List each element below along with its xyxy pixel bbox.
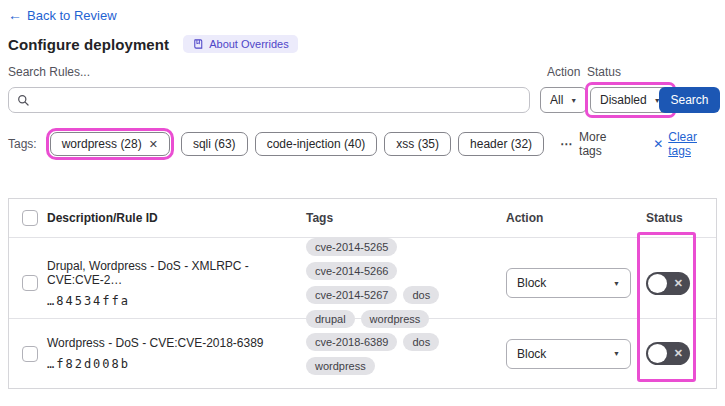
rule-tag: cve-2014-5266 xyxy=(306,262,397,280)
filters-bar: Search Rules... Action Status All ▼ Disa… xyxy=(8,65,717,115)
rule-tag: dos xyxy=(403,333,439,351)
rule-tag: cve-2014-5267 xyxy=(306,286,397,304)
rule-tag: wordpress xyxy=(306,357,375,375)
rule-id: …f82d008b xyxy=(47,357,294,371)
page-title: Configure deployment xyxy=(8,36,169,53)
action-filter-dropdown[interactable]: All ▼ xyxy=(540,87,587,113)
column-header-status: Status xyxy=(638,211,716,225)
tag-pill-label: wordpress (28) xyxy=(62,137,142,151)
rules-table: Description/Rule ID Tags Action Status D… xyxy=(8,198,717,389)
action-select-value: Block xyxy=(517,276,546,290)
status-filter-value: Disabled xyxy=(600,93,647,107)
rule-tag: wordpress xyxy=(361,310,430,328)
back-link-label: Back to Review xyxy=(27,8,117,23)
tag-pill-wordpress[interactable]: wordpress (28) ✕ xyxy=(50,132,170,156)
search-rules-box xyxy=(8,87,530,113)
status-filter-label: Status xyxy=(587,65,621,79)
tags-label: Tags: xyxy=(8,137,37,151)
table-row: Drupal, Wordpress - DoS - XMLRPC - CVE:C… xyxy=(9,237,716,318)
configure-deployment-page: ← Back to Review Configure deployment Ab… xyxy=(0,0,725,406)
table-header-row: Description/Rule ID Tags Action Status xyxy=(9,199,716,237)
tag-pill-code-injection[interactable]: code-injection (40) xyxy=(255,132,378,156)
row-checkbox[interactable] xyxy=(22,346,38,362)
action-filter-label: Action xyxy=(547,65,580,79)
rule-tags: cve-2018-6389 dos wordpress xyxy=(306,333,506,375)
ellipsis-icon: ⋯ xyxy=(560,137,573,151)
tag-pill-label: sqli (63) xyxy=(193,137,236,151)
action-select[interactable]: Block ▼ xyxy=(506,268,631,298)
rule-tag: dos xyxy=(403,286,439,304)
tag-pill-label: header (32) xyxy=(470,137,532,151)
action-filter-value: All xyxy=(550,93,563,107)
column-header-description: Description/Rule ID xyxy=(39,211,306,225)
column-header-action: Action xyxy=(506,211,638,225)
docs-icon xyxy=(192,38,204,50)
title-row: Configure deployment About Overrides xyxy=(8,35,717,53)
tags-bar: Tags: wordpress (28) ✕ sqli (63) code-in… xyxy=(8,128,717,160)
action-select[interactable]: Block ▼ xyxy=(506,339,631,369)
rule-description: Drupal, Wordpress - DoS - XMLRPC - CVE:C… xyxy=(47,259,294,287)
search-rules-label: Search Rules... xyxy=(8,65,90,79)
rule-description: Wordpress - DoS - CVE:CVE-2018-6389 xyxy=(47,336,294,350)
more-tags-label: More tags xyxy=(579,130,626,158)
column-header-tags: Tags xyxy=(306,211,506,225)
search-icon xyxy=(17,94,30,107)
back-to-review-link[interactable]: ← Back to Review xyxy=(8,7,117,23)
remove-tag-icon[interactable]: ✕ xyxy=(149,138,158,151)
rule-id: …84534ffa xyxy=(47,294,294,308)
tag-pill-label: xss (35) xyxy=(396,137,439,151)
toggle-off-icon: ✕ xyxy=(674,277,683,290)
close-icon: ✕ xyxy=(653,137,663,151)
tag-pill-header[interactable]: header (32) xyxy=(458,132,544,156)
back-arrow-icon: ← xyxy=(8,7,22,23)
rule-tag: cve-2014-5265 xyxy=(306,238,397,256)
about-overrides-label: About Overrides xyxy=(209,38,288,50)
rule-tag: cve-2018-6389 xyxy=(306,333,397,351)
select-all-checkbox[interactable] xyxy=(22,210,38,226)
table-row: Wordpress - DoS - CVE:CVE-2018-6389 …f82… xyxy=(9,318,716,388)
tag-pill-sqli[interactable]: sqli (63) xyxy=(181,132,248,156)
status-toggle[interactable]: ✕ xyxy=(646,272,690,295)
more-tags-button[interactable]: ⋯ More tags xyxy=(560,130,626,158)
search-rules-input[interactable] xyxy=(36,93,521,107)
toggle-knob xyxy=(648,274,667,293)
chevron-down-icon: ▼ xyxy=(613,350,620,357)
chevron-down-icon: ▼ xyxy=(570,97,577,104)
row-checkbox[interactable] xyxy=(22,275,38,291)
clear-tags-button[interactable]: ✕ Clear tags xyxy=(653,130,717,158)
rule-tags: cve-2014-5265 cve-2014-5266 cve-2014-526… xyxy=(306,238,506,328)
rule-tag: drupal xyxy=(306,310,355,328)
tag-pill-label: code-injection (40) xyxy=(267,137,366,151)
status-toggle[interactable]: ✕ xyxy=(646,342,690,365)
chevron-down-icon: ▼ xyxy=(613,280,620,287)
toggle-knob xyxy=(648,344,667,363)
tag-pill-xss[interactable]: xss (35) xyxy=(384,132,451,156)
clear-tags-label: Clear tags xyxy=(668,130,717,158)
search-button[interactable]: Search xyxy=(659,87,720,113)
about-overrides-badge[interactable]: About Overrides xyxy=(183,35,297,53)
toggle-off-icon: ✕ xyxy=(674,347,683,360)
annotation-highlight-selected-tag: wordpress (28) ✕ xyxy=(46,128,174,160)
action-select-value: Block xyxy=(517,347,546,361)
